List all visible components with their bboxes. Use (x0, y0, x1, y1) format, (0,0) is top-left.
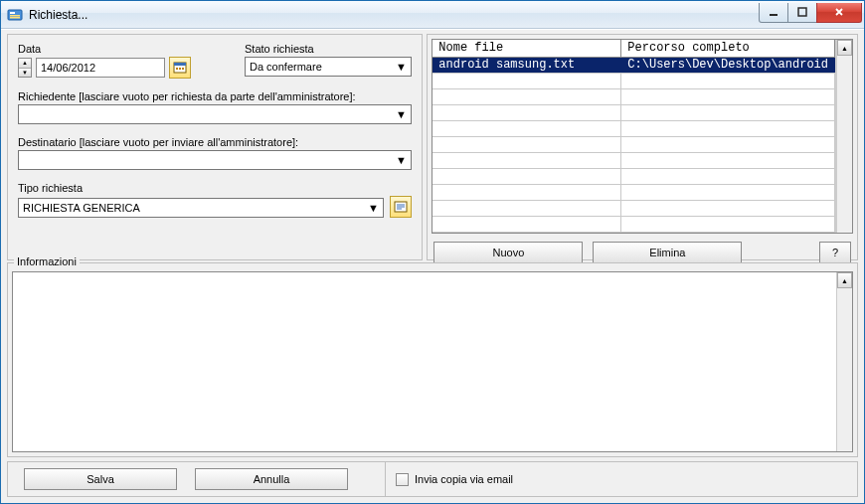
stato-label: Stato richiesta (245, 43, 412, 55)
footer-bar: Salva Annulla Invia copia via email (7, 461, 858, 497)
table-row[interactable] (432, 74, 835, 89)
cell-path (621, 89, 835, 104)
app-icon (7, 7, 23, 23)
cell-path (621, 217, 835, 232)
destinatario-select[interactable]: ▼ (18, 150, 412, 170)
stato-select[interactable]: Da confermare▼ (245, 57, 412, 77)
table-row[interactable]: android samsung.txtC:\Users\Dev\Desktop\… (432, 58, 835, 74)
minimize-button[interactable] (759, 3, 788, 23)
cell-path (621, 105, 835, 120)
cell-file (432, 153, 621, 168)
stato-value: Da confermare (250, 61, 322, 73)
svg-rect-1 (10, 12, 15, 14)
cell-path (621, 169, 835, 184)
titlebar: Richiesta... (1, 1, 864, 29)
data-input[interactable] (36, 58, 165, 78)
elimina-button[interactable]: Elimina (593, 242, 742, 263)
cell-path (621, 185, 835, 200)
data-label: Data (18, 43, 227, 55)
cell-file (432, 137, 621, 152)
cell-path: C:\Users\Dev\Desktop\android (621, 58, 835, 73)
table-row[interactable] (432, 89, 835, 105)
svg-rect-5 (798, 8, 806, 16)
svg-rect-4 (770, 14, 778, 16)
tipo-lookup-icon[interactable] (390, 196, 412, 218)
col-percorso[interactable]: Percorso completo (621, 40, 835, 57)
tipo-label: Tipo richiesta (18, 182, 412, 194)
calendar-icon[interactable] (169, 57, 191, 79)
svg-rect-2 (10, 15, 20, 17)
svg-rect-8 (176, 68, 178, 70)
annulla-button[interactable]: Annulla (195, 468, 348, 490)
table-row[interactable] (432, 121, 835, 137)
table-scrollbar[interactable]: ▲ (836, 40, 852, 233)
cell-file (432, 217, 621, 232)
richiedente-label: Richiedente [lasciare vuoto per richiest… (18, 90, 412, 102)
cell-path (621, 201, 835, 216)
date-spinner[interactable]: ▲▼ (18, 58, 32, 78)
table-row[interactable] (432, 185, 835, 201)
window: Richiesta... Data ▲▼ (0, 0, 865, 504)
form-panel: Data ▲▼ Stato richiesta Da confermare (7, 34, 423, 260)
maximize-button[interactable] (787, 3, 817, 23)
svg-rect-3 (10, 17, 20, 19)
table-row[interactable] (432, 169, 835, 185)
cell-file (432, 185, 621, 200)
informazioni-group: Informazioni ▲ (7, 262, 858, 457)
email-label: Invia copia via email (415, 473, 513, 485)
informazioni-textarea[interactable]: ▲ (12, 271, 853, 452)
cell-file (432, 121, 621, 136)
help-button[interactable]: ? (819, 242, 851, 263)
cell-path (621, 121, 835, 136)
col-nome-file[interactable]: Nome file (432, 40, 621, 57)
informazioni-legend: Informazioni (14, 255, 80, 267)
info-scrollbar[interactable]: ▲ (836, 272, 852, 451)
table-row[interactable] (432, 137, 835, 153)
email-checkbox[interactable] (396, 473, 409, 486)
close-button[interactable] (816, 3, 862, 23)
table-header: Nome file Percorso completo (432, 40, 835, 58)
richiedente-select[interactable]: ▼ (18, 104, 412, 124)
window-title: Richiesta... (29, 8, 87, 22)
cell-file (432, 201, 621, 216)
cell-path (621, 137, 835, 152)
file-table[interactable]: Nome file Percorso completo android sams… (432, 39, 853, 234)
cell-path (621, 153, 835, 168)
cell-file (432, 169, 621, 184)
cell-file (432, 74, 621, 88)
table-row[interactable] (432, 201, 835, 217)
tipo-select[interactable]: RICHIESTA GENERICA▼ (18, 198, 384, 218)
cell-file: android samsung.txt (432, 58, 621, 73)
file-panel: Nome file Percorso completo android sams… (427, 34, 858, 260)
window-controls (760, 3, 862, 23)
svg-rect-10 (182, 68, 184, 70)
cell-file (432, 89, 621, 104)
destinatario-label: Destinatario [lasciare vuoto per inviare… (18, 136, 412, 148)
client-area: Data ▲▼ Stato richiesta Da confermare (1, 29, 864, 503)
tipo-value: RICHIESTA GENERICA (23, 202, 140, 214)
table-row[interactable] (432, 105, 835, 121)
svg-rect-9 (179, 68, 181, 70)
svg-rect-7 (174, 63, 186, 66)
cell-path (621, 74, 835, 88)
nuovo-button[interactable]: Nuovo (433, 242, 583, 263)
salva-button[interactable]: Salva (24, 468, 177, 490)
cell-file (432, 105, 621, 120)
table-row[interactable] (432, 153, 835, 169)
table-row[interactable] (432, 217, 835, 233)
